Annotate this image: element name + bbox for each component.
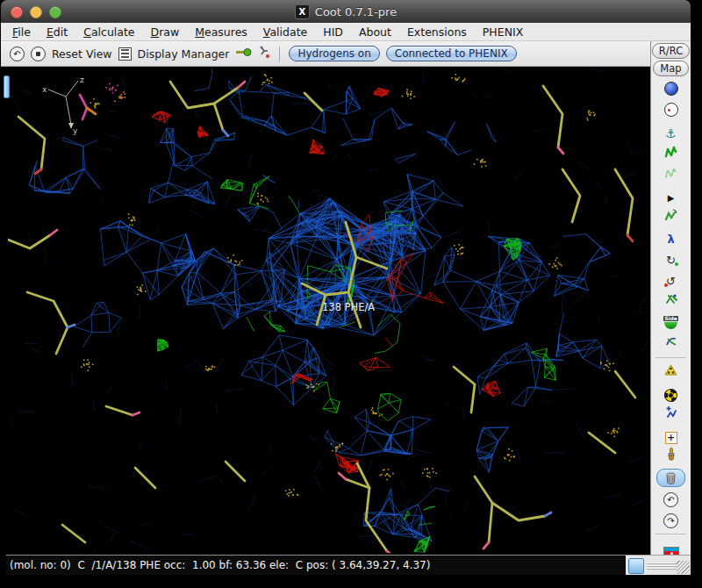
tool-auto-fit-rotamer[interactable]: ↻: [651, 248, 691, 269]
tool-undo[interactable]: ↶: [651, 488, 691, 509]
menu-calculate[interactable]: Calculate: [75, 23, 142, 41]
menu-edit[interactable]: Edit: [39, 23, 75, 41]
scrollbar-ridges: [647, 563, 678, 570]
flip-sidechain-icon: Side: [663, 316, 678, 329]
display-manager-button[interactable]: Display Manager: [138, 47, 230, 61]
redo-icon: ↷: [663, 511, 678, 528]
toolbar-separator: [655, 534, 686, 534]
molecular-viewport[interactable]: xzy138 PHE/A: [8, 68, 648, 553]
rotamers-icon: ↺: [664, 272, 678, 289]
axis-y-label: y: [73, 126, 78, 135]
paintbrush-icon: [664, 448, 678, 465]
anchor-icon: ⚓: [665, 125, 677, 141]
tool-delete-item[interactable]: [651, 467, 691, 488]
real-space-refine-icon: [663, 145, 678, 162]
molecule-icon[interactable]: [258, 45, 270, 62]
title-bar[interactable]: X Coot 0.7.1-pre: [1, 0, 691, 24]
tool-rotate-translate[interactable]: [651, 206, 691, 227]
side-panel: R/RC Map ⚓▶λ↻↺Side+↶↷ ▷: [650, 41, 691, 575]
delete-item-icon: [656, 469, 685, 487]
menu-draw[interactable]: Draw: [143, 23, 188, 41]
menu-extensions[interactable]: Extensions: [399, 23, 475, 41]
menu-validate[interactable]: Validate: [255, 23, 315, 41]
coot-window: X Coot 0.7.1-pre FileEditCalculateDrawMe…: [1, 0, 691, 576]
menu-about[interactable]: About: [351, 23, 399, 41]
view-sphere-icon: [664, 82, 678, 99]
xterm-icon: X: [295, 4, 310, 19]
rigid-body-fit-icon: ▶: [668, 188, 675, 204]
stop-icon[interactable]: [31, 47, 46, 61]
modelling-toolbar: ⚓▶λ↻↺Side+↶↷: [651, 80, 691, 559]
atom-label: 138 PHE/A: [322, 301, 375, 313]
menu-file[interactable]: File: [4, 23, 39, 41]
menu-hid[interactable]: HID: [315, 23, 351, 41]
tool-torsion-general[interactable]: [651, 333, 691, 354]
tool-rigid-body-fit[interactable]: ▶: [651, 185, 691, 206]
tool-flip-sidechain[interactable]: Side: [651, 312, 691, 333]
tool-rotamers[interactable]: ↺: [651, 269, 691, 290]
axis-x-label: x: [42, 85, 47, 94]
auto-fit-rotamer-icon: ↻: [664, 251, 678, 268]
window-title: X Coot 0.7.1-pre: [1, 0, 691, 23]
place-atom-icon: +: [665, 427, 677, 444]
undo-icon: ↶: [663, 490, 678, 507]
tool-paintbrush[interactable]: [651, 446, 691, 467]
reset-view-button[interactable]: Reset View: [52, 47, 112, 61]
status-text: (mol. no: 0) C /1/A/138 PHE occ: 1.00 bf…: [10, 559, 430, 571]
tool-radiation[interactable]: [651, 383, 691, 404]
tool-add-alt-conf[interactable]: [651, 404, 691, 425]
back-icon[interactable]: ↶: [10, 47, 25, 61]
window-title-text: Coot 0.7.1-pre: [315, 5, 397, 18]
tool-redo[interactable]: ↷: [651, 509, 691, 530]
tool-view-sphere[interactable]: [651, 80, 691, 101]
edit-backbone-icon: λ: [667, 230, 674, 247]
add-terminal-residue-icon: [663, 363, 678, 381]
toolbar-separator: [279, 47, 280, 61]
radiation-icon: [664, 385, 677, 402]
regularize-icon: [663, 166, 678, 183]
canvas-frame: xzy138 PHE/A: [1, 67, 650, 555]
electron-density-scene: xzy138 PHE/A: [8, 68, 648, 553]
menu-measures[interactable]: Measures: [187, 23, 255, 41]
tool-regularize[interactable]: [651, 164, 691, 185]
axis-z-label: z: [80, 75, 84, 84]
map-button[interactable]: Map: [653, 61, 688, 76]
rrc-button[interactable]: R/RC: [652, 43, 690, 59]
tool-recentre[interactable]: [651, 101, 691, 122]
add-alt-conf-icon: [664, 405, 678, 423]
tool-anchor[interactable]: ⚓: [651, 122, 691, 143]
menu-bar: FileEditCalculateDrawMeasuresValidateHID…: [1, 23, 691, 41]
tool-edit-backbone[interactable]: λ: [651, 227, 691, 248]
hydrogens-toggle-button[interactable]: Hydrogens on: [289, 46, 379, 61]
rotate-translate-icon: [663, 208, 678, 226]
horizontal-scrollbar: [626, 555, 691, 575]
resize-grip[interactable]: [677, 561, 690, 574]
go-arrow-icon[interactable]: [235, 47, 252, 61]
recentre-icon: [664, 103, 678, 120]
tool-edit-chi-angles[interactable]: [651, 290, 691, 312]
tool-place-atom[interactable]: +: [651, 425, 691, 446]
phenix-connection-button[interactable]: Connected to PHENIX: [386, 46, 517, 61]
tool-add-terminal-residue[interactable]: [651, 362, 691, 383]
contour-scrollbar-thumb[interactable]: [4, 75, 10, 98]
menu-phenix[interactable]: PHENIX: [475, 23, 531, 41]
status-bar: (mol. no: 0) C /1/A/138 PHE occ: 1.00 bf…: [6, 555, 626, 575]
toolbar-separator: [655, 357, 686, 358]
edit-chi-angles-icon: [664, 292, 678, 310]
tool-real-space-refine[interactable]: [651, 143, 691, 164]
horizontal-scrollbar-thumb[interactable]: [628, 558, 644, 574]
display-manager-icon[interactable]: [118, 47, 132, 61]
torsion-general-icon: [664, 334, 678, 352]
main-toolbar: ↶ Reset View Display Manager Hydrogens o…: [1, 41, 650, 67]
